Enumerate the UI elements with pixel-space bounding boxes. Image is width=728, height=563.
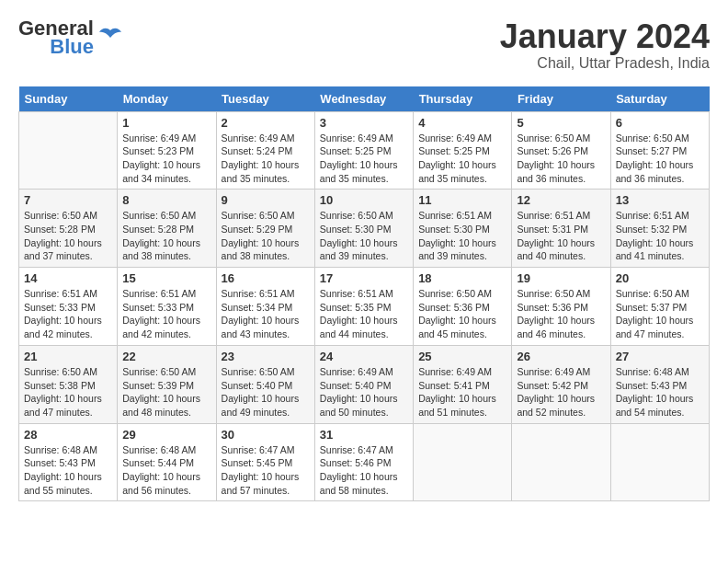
calendar-cell: 1Sunrise: 6:49 AM Sunset: 5:23 PM Daylig… <box>118 111 216 190</box>
calendar-cell: 20Sunrise: 6:50 AM Sunset: 5:37 PM Dayli… <box>610 268 709 346</box>
logo-icon <box>97 23 123 49</box>
day-number: 15 <box>122 271 210 285</box>
day-number: 27 <box>616 350 704 363</box>
calendar-cell <box>414 423 512 501</box>
calendar-cell: 2Sunrise: 6:49 AM Sunset: 5:24 PM Daylig… <box>216 111 314 190</box>
day-info: Sunrise: 6:50 AM Sunset: 5:36 PM Dayligh… <box>418 287 506 341</box>
weekday-header: Monday <box>118 86 216 112</box>
day-number: 9 <box>222 193 310 207</box>
calendar-cell: 28Sunrise: 6:48 AM Sunset: 5:43 PM Dayli… <box>19 423 118 501</box>
weekday-header: Sunday <box>19 86 118 112</box>
calendar-cell: 12Sunrise: 6:51 AM Sunset: 5:31 PM Dayli… <box>512 190 610 268</box>
day-number: 26 <box>517 350 605 363</box>
day-info: Sunrise: 6:50 AM Sunset: 5:29 PM Dayligh… <box>222 209 310 263</box>
day-info: Sunrise: 6:50 AM Sunset: 5:37 PM Dayligh… <box>616 287 704 341</box>
calendar-week-row: 7Sunrise: 6:50 AM Sunset: 5:28 PM Daylig… <box>19 190 710 268</box>
weekday-header: Wednesday <box>314 86 413 112</box>
day-info: Sunrise: 6:50 AM Sunset: 5:27 PM Dayligh… <box>616 132 704 186</box>
day-info: Sunrise: 6:50 AM Sunset: 5:38 PM Dayligh… <box>24 365 112 419</box>
day-info: Sunrise: 6:48 AM Sunset: 5:43 PM Dayligh… <box>616 365 704 419</box>
calendar-cell: 27Sunrise: 6:48 AM Sunset: 5:43 PM Dayli… <box>610 345 709 423</box>
calendar-cell: 7Sunrise: 6:50 AM Sunset: 5:28 PM Daylig… <box>19 190 118 268</box>
day-number: 20 <box>616 271 704 285</box>
day-number: 7 <box>24 193 112 207</box>
calendar-cell: 13Sunrise: 6:51 AM Sunset: 5:32 PM Dayli… <box>610 190 709 268</box>
day-info: Sunrise: 6:51 AM Sunset: 5:31 PM Dayligh… <box>517 209 605 263</box>
day-number: 8 <box>122 193 210 207</box>
day-number: 6 <box>616 116 704 130</box>
calendar-cell: 22Sunrise: 6:50 AM Sunset: 5:39 PM Dayli… <box>118 345 216 423</box>
calendar-cell: 5Sunrise: 6:50 AM Sunset: 5:26 PM Daylig… <box>512 111 610 190</box>
day-info: Sunrise: 6:49 AM Sunset: 5:24 PM Dayligh… <box>222 132 310 186</box>
calendar-cell <box>610 423 709 501</box>
calendar-table: SundayMondayTuesdayWednesdayThursdayFrid… <box>18 86 710 502</box>
day-number: 5 <box>517 116 605 130</box>
calendar-cell: 4Sunrise: 6:49 AM Sunset: 5:25 PM Daylig… <box>414 111 512 190</box>
day-info: Sunrise: 6:51 AM Sunset: 5:32 PM Dayligh… <box>616 209 704 263</box>
calendar-week-row: 21Sunrise: 6:50 AM Sunset: 5:38 PM Dayli… <box>19 345 710 423</box>
day-number: 24 <box>320 350 408 363</box>
calendar-cell: 11Sunrise: 6:51 AM Sunset: 5:30 PM Dayli… <box>414 190 512 268</box>
calendar-cell: 26Sunrise: 6:49 AM Sunset: 5:42 PM Dayli… <box>512 345 610 423</box>
day-info: Sunrise: 6:51 AM Sunset: 5:33 PM Dayligh… <box>122 287 210 341</box>
day-info: Sunrise: 6:51 AM Sunset: 5:34 PM Dayligh… <box>222 287 310 341</box>
day-number: 19 <box>517 271 605 285</box>
calendar-week-row: 1Sunrise: 6:49 AM Sunset: 5:23 PM Daylig… <box>19 111 710 190</box>
day-info: Sunrise: 6:49 AM Sunset: 5:23 PM Dayligh… <box>122 132 210 186</box>
calendar-cell: 21Sunrise: 6:50 AM Sunset: 5:38 PM Dayli… <box>19 345 118 423</box>
header: General Blue January 2024 Chail, Uttar P… <box>18 18 710 72</box>
day-info: Sunrise: 6:51 AM Sunset: 5:33 PM Dayligh… <box>24 287 112 341</box>
day-number: 13 <box>616 193 704 207</box>
day-number: 17 <box>320 271 408 285</box>
weekday-header: Thursday <box>414 86 512 112</box>
day-info: Sunrise: 6:49 AM Sunset: 5:25 PM Dayligh… <box>320 132 408 186</box>
calendar-cell: 30Sunrise: 6:47 AM Sunset: 5:45 PM Dayli… <box>216 423 314 501</box>
day-number: 4 <box>418 116 506 130</box>
day-info: Sunrise: 6:50 AM Sunset: 5:39 PM Dayligh… <box>122 365 210 419</box>
day-number: 25 <box>418 350 506 363</box>
calendar-week-row: 14Sunrise: 6:51 AM Sunset: 5:33 PM Dayli… <box>19 268 710 346</box>
day-number: 11 <box>418 193 506 207</box>
calendar-cell: 9Sunrise: 6:50 AM Sunset: 5:29 PM Daylig… <box>216 190 314 268</box>
day-number: 30 <box>222 428 310 442</box>
day-info: Sunrise: 6:51 AM Sunset: 5:30 PM Dayligh… <box>418 209 506 263</box>
calendar-cell: 10Sunrise: 6:50 AM Sunset: 5:30 PM Dayli… <box>314 190 413 268</box>
day-number: 23 <box>222 350 310 363</box>
calendar-cell: 15Sunrise: 6:51 AM Sunset: 5:33 PM Dayli… <box>118 268 216 346</box>
day-info: Sunrise: 6:51 AM Sunset: 5:35 PM Dayligh… <box>320 287 408 341</box>
day-number: 1 <box>122 116 210 130</box>
calendar-cell: 16Sunrise: 6:51 AM Sunset: 5:34 PM Dayli… <box>216 268 314 346</box>
day-info: Sunrise: 6:49 AM Sunset: 5:40 PM Dayligh… <box>320 365 408 419</box>
day-info: Sunrise: 6:50 AM Sunset: 5:26 PM Dayligh… <box>517 132 605 186</box>
calendar-cell: 3Sunrise: 6:49 AM Sunset: 5:25 PM Daylig… <box>314 111 413 190</box>
day-number: 10 <box>320 193 408 207</box>
day-number: 14 <box>24 271 112 285</box>
day-info: Sunrise: 6:49 AM Sunset: 5:25 PM Dayligh… <box>418 132 506 186</box>
day-number: 31 <box>320 428 408 442</box>
calendar-cell: 29Sunrise: 6:48 AM Sunset: 5:44 PM Dayli… <box>118 423 216 501</box>
calendar-cell: 25Sunrise: 6:49 AM Sunset: 5:41 PM Dayli… <box>414 345 512 423</box>
location: Chail, Uttar Pradesh, India <box>500 55 710 72</box>
day-number: 28 <box>24 428 112 442</box>
day-number: 18 <box>418 271 506 285</box>
day-number: 21 <box>24 350 112 363</box>
calendar-cell: 18Sunrise: 6:50 AM Sunset: 5:36 PM Dayli… <box>414 268 512 346</box>
weekday-header: Saturday <box>610 86 709 112</box>
weekday-header-row: SundayMondayTuesdayWednesdayThursdayFrid… <box>19 86 710 112</box>
day-info: Sunrise: 6:50 AM Sunset: 5:36 PM Dayligh… <box>517 287 605 341</box>
logo-blue: Blue <box>50 37 94 57</box>
logo: General Blue <box>18 18 123 57</box>
day-info: Sunrise: 6:50 AM Sunset: 5:30 PM Dayligh… <box>320 209 408 263</box>
day-number: 12 <box>517 193 605 207</box>
calendar-cell: 23Sunrise: 6:50 AM Sunset: 5:40 PM Dayli… <box>216 345 314 423</box>
day-info: Sunrise: 6:47 AM Sunset: 5:46 PM Dayligh… <box>320 443 408 498</box>
day-info: Sunrise: 6:50 AM Sunset: 5:40 PM Dayligh… <box>222 365 310 419</box>
month-title: January 2024 <box>500 18 710 55</box>
day-info: Sunrise: 6:47 AM Sunset: 5:45 PM Dayligh… <box>222 443 310 498</box>
day-info: Sunrise: 6:49 AM Sunset: 5:42 PM Dayligh… <box>517 365 605 419</box>
title-area: January 2024 Chail, Uttar Pradesh, India <box>500 18 710 72</box>
calendar-cell: 14Sunrise: 6:51 AM Sunset: 5:33 PM Dayli… <box>19 268 118 346</box>
calendar-cell: 19Sunrise: 6:50 AM Sunset: 5:36 PM Dayli… <box>512 268 610 346</box>
day-number: 29 <box>122 428 210 442</box>
calendar-cell: 24Sunrise: 6:49 AM Sunset: 5:40 PM Dayli… <box>314 345 413 423</box>
